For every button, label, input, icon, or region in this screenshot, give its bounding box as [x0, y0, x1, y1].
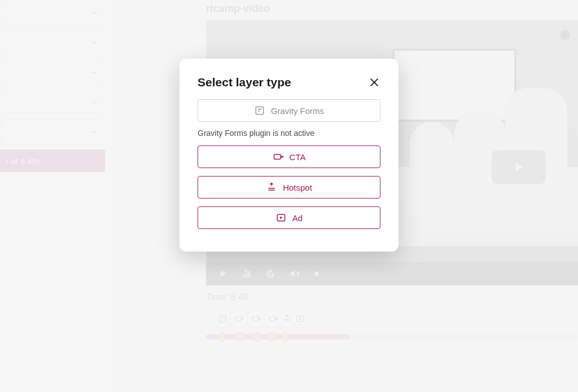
- layer-option-hotspot[interactable]: Hotspot: [198, 176, 380, 199]
- close-icon: [368, 76, 380, 89]
- svg-rect-7: [256, 107, 263, 114]
- gravity-forms-hint: Gravity Forms plugin is not active: [198, 129, 380, 138]
- select-layer-modal: Select layer type Gravity Forms Gravity …: [179, 59, 399, 252]
- hotspot-icon: [266, 182, 277, 193]
- svg-rect-8: [274, 155, 281, 159]
- form-icon: [254, 105, 265, 116]
- layer-option-cta[interactable]: CTA: [198, 146, 380, 168]
- cta-icon: [273, 151, 284, 162]
- layer-option-ad[interactable]: Ad: [198, 206, 380, 229]
- layer-option-gravity-forms: Gravity Forms: [198, 99, 380, 122]
- modal-overlay[interactable]: Select layer type Gravity Forms Gravity …: [0, 0, 578, 392]
- ad-icon: [275, 212, 287, 223]
- modal-title: Select layer type: [198, 76, 291, 89]
- close-button[interactable]: [368, 76, 380, 89]
